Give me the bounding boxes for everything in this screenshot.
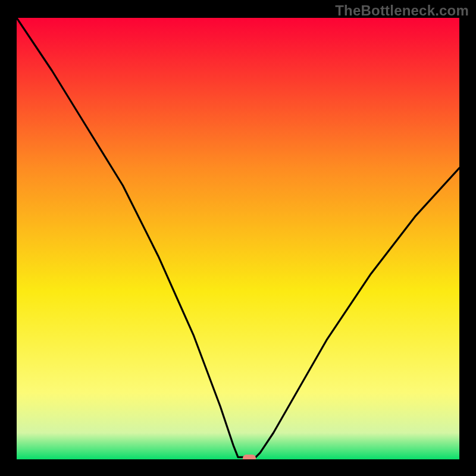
chart-frame: TheBottleneck.com <box>0 0 476 476</box>
minimum-marker <box>243 455 256 459</box>
plot-svg <box>17 18 459 459</box>
plot-area <box>17 18 459 459</box>
watermark-text: TheBottleneck.com <box>335 2 469 19</box>
gradient-background <box>17 18 459 459</box>
